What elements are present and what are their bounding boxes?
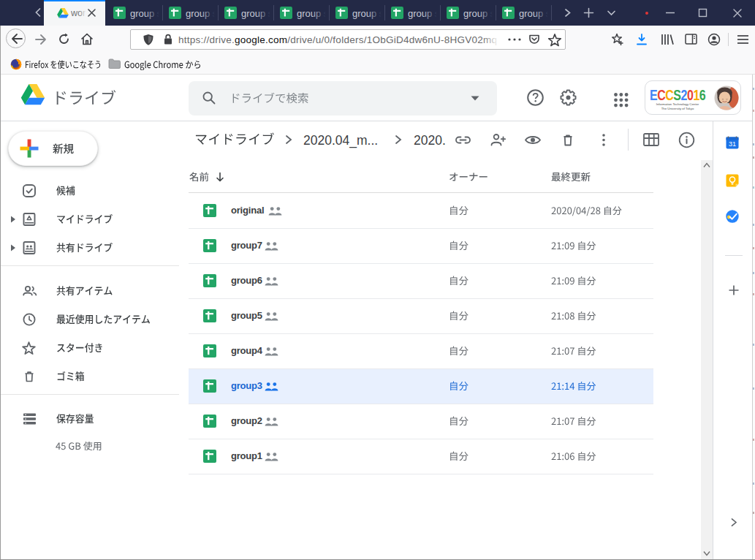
svg-text:31: 31	[729, 140, 736, 148]
